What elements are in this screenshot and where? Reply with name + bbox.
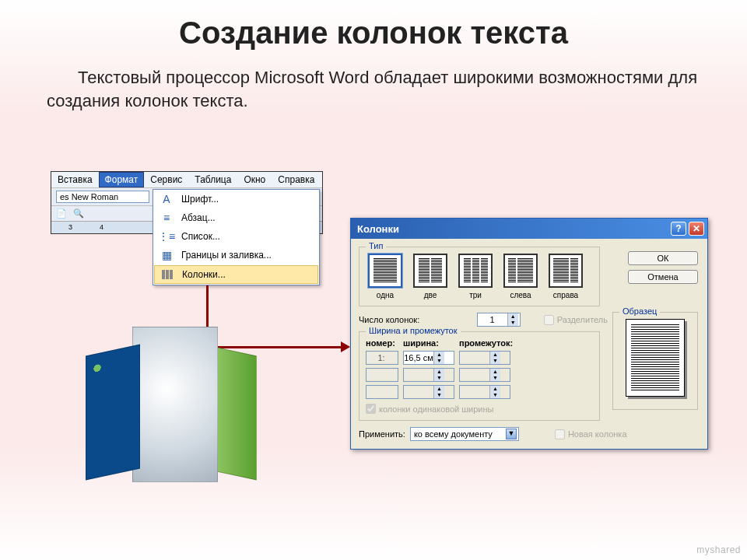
ruler-mark: 3 — [68, 223, 72, 231]
row-width-input[interactable]: ▲▼ — [403, 351, 454, 365]
print-icon[interactable]: 📄 — [56, 208, 67, 219]
menu-borders-item[interactable]: ▦ Границы и заливка... — [153, 246, 319, 264]
columns-dialog: Колонки ? ✕ ОК Отмена Тип одна две — [350, 218, 708, 450]
columns-icon — [159, 268, 176, 281]
menu-font-item[interactable]: A Шрифт... — [153, 190, 319, 208]
dialog-titlebar: Колонки ? ✕ — [351, 219, 707, 239]
col-header: номер: — [366, 338, 398, 348]
type-label: справа — [546, 291, 585, 299]
menu-window[interactable]: Окно — [237, 172, 272, 187]
format-dropdown: A Шрифт... ≡ Абзац... ⋮≡ Список... ▦ Гра… — [153, 189, 320, 285]
list-icon: ⋮≡ — [158, 230, 175, 243]
paragraph-icon: ≡ — [158, 212, 175, 224]
apply-label: Применить: — [359, 429, 405, 439]
checkbox-label: Новая колонка — [568, 429, 627, 439]
menu-item-label: Колонки... — [182, 269, 226, 280]
type-three[interactable]: три — [456, 254, 495, 299]
page-title: Создание колонок текста — [0, 0, 747, 51]
cancel-button[interactable]: Отмена — [628, 270, 698, 284]
separator-checkbox[interactable]: Разделитель — [544, 315, 608, 325]
preview-label: Образец — [619, 306, 660, 316]
menu-item-label: Шрифт... — [181, 194, 219, 205]
menu-columns-item[interactable]: Колонки... — [154, 265, 318, 284]
type-left[interactable]: слева — [501, 254, 540, 299]
preview-page — [626, 319, 685, 397]
col-header: промежуток: — [459, 338, 521, 348]
word-menu-screenshot: Вставка Формат Сервис Таблица Окно Справ… — [51, 171, 323, 234]
watermark: myshared — [696, 544, 741, 555]
checkbox-label: Разделитель — [557, 315, 608, 324]
menu-table[interactable]: Таблица — [188, 172, 237, 187]
help-button[interactable]: ? — [671, 222, 686, 236]
chevron-down-icon: ▼ — [506, 429, 517, 439]
equal-width-checkbox[interactable]: колонки одинаковой ширины — [366, 404, 593, 414]
dialog-title: Колонки — [357, 223, 399, 235]
row-gap-input: ▲▼ — [459, 351, 510, 365]
type-label: одна — [366, 291, 405, 299]
row-num — [366, 351, 398, 365]
print-preview-icon[interactable]: 🔍 — [73, 208, 84, 219]
type-one[interactable]: одна — [366, 254, 405, 299]
close-button[interactable]: ✕ — [689, 222, 704, 236]
group-label-type: Тип — [366, 241, 386, 250]
type-right[interactable]: справа — [546, 254, 585, 299]
menu-help[interactable]: Справка — [272, 172, 321, 187]
checkbox-label: колонки одинаковой ширины — [379, 404, 494, 414]
count-label: Число колонок: — [359, 315, 419, 324]
menu-item-label: Границы и заливка... — [181, 250, 272, 261]
col-header: ширина: — [403, 338, 454, 348]
arrow-head-icon — [341, 341, 350, 352]
menu-bar: Вставка Формат Сервис Таблица Окно Справ… — [51, 172, 322, 187]
column-count-input[interactable]: ▲▼ — [477, 313, 521, 327]
menu-tools[interactable]: Сервис — [144, 172, 188, 187]
page-subtitle: Текстовый процессор Microsoft Word облад… — [0, 51, 747, 112]
menu-insert[interactable]: Вставка — [51, 172, 99, 187]
menu-list-item[interactable]: ⋮≡ Список... — [153, 227, 319, 246]
menu-item-label: Список... — [181, 231, 220, 242]
type-label: три — [456, 291, 495, 299]
apply-combo[interactable]: ко всему документу ▼ — [410, 427, 519, 441]
spin-up[interactable]: ▲ — [507, 313, 518, 320]
type-label: две — [411, 291, 450, 299]
type-label: слева — [501, 291, 540, 299]
group-label-width: Ширина и промежуток — [366, 326, 461, 335]
type-two[interactable]: две — [411, 254, 450, 299]
brochure-image — [86, 319, 257, 498]
borders-icon: ▦ — [158, 249, 175, 261]
font-selector[interactable]: es New Roman — [56, 191, 149, 203]
combo-value: ко всему документу — [414, 429, 493, 439]
font-icon: A — [158, 193, 175, 205]
menu-paragraph-item[interactable]: ≡ Абзац... — [153, 208, 319, 227]
ruler-mark: 4 — [100, 223, 103, 231]
spin-down[interactable]: ▼ — [507, 320, 518, 326]
menu-format[interactable]: Формат — [99, 172, 145, 187]
menu-item-label: Абзац... — [181, 212, 216, 223]
ok-button[interactable]: ОК — [628, 251, 698, 265]
new-column-checkbox[interactable]: Новая колонка — [555, 429, 627, 439]
